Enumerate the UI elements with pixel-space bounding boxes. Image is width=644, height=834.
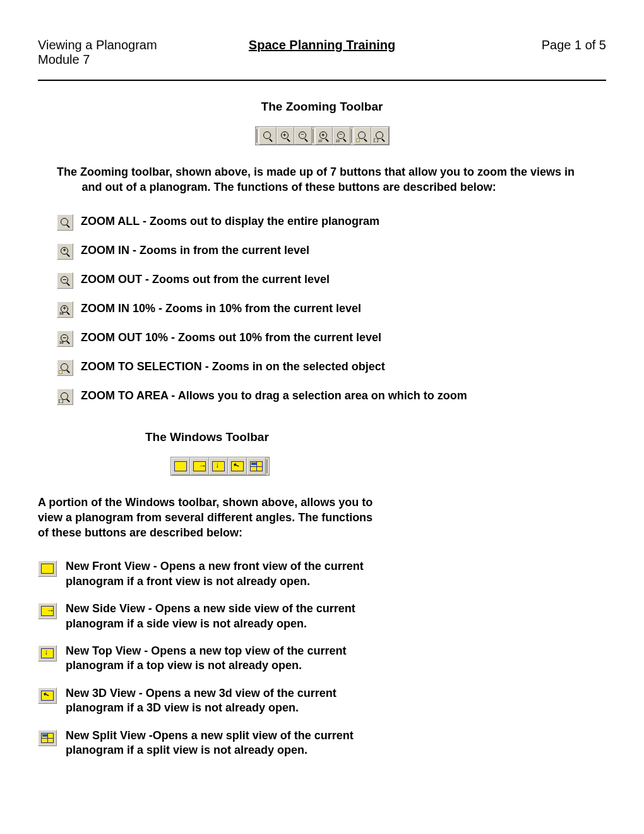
- zoom-in-10-button[interactable]: 10: [315, 127, 333, 145]
- zoom-in-10-icon: 10: [57, 301, 73, 318]
- windows-item: New 3D View - Opens a new 3d view of the…: [38, 686, 606, 716]
- zoom-to-selection-button[interactable]: [354, 127, 371, 145]
- windows-items-list: New Front View - Opens a new front view …: [38, 559, 606, 758]
- zoom-item: ZOOM TO SELECTION - Zooms in on the sele…: [57, 360, 606, 376]
- header-module: Module 7: [38, 52, 200, 67]
- top-view-button[interactable]: [209, 457, 228, 475]
- threed-view-button[interactable]: [228, 457, 247, 475]
- side-view-icon: [38, 603, 57, 619]
- page-header: Viewing a Planogram Module 7 Space Plann…: [38, 38, 606, 67]
- windows-item: New Split View -Opens a new split view o…: [38, 728, 606, 758]
- zoom-item-text: ZOOM ALL - Zooms out to display the enti…: [81, 214, 379, 229]
- zoom-item-text: ZOOM IN 10% - Zooms in 10% from the curr…: [81, 301, 361, 316]
- zoom-items-list: ZOOM ALL - Zooms out to display the enti…: [57, 214, 606, 405]
- zoom-item-text: ZOOM TO SELECTION - Zooms in on the sele…: [81, 360, 385, 374]
- zoom-item: ZOOM IN - Zooms in from the current leve…: [57, 243, 606, 260]
- windows-section-title: The Windows Toolbar: [145, 430, 606, 444]
- zoom-out-button[interactable]: [294, 127, 312, 145]
- header-page-number: Page 1 of 5: [444, 38, 606, 52]
- zoom-intro-text: The Zooming toolbar, shown above, is mad…: [57, 164, 587, 195]
- windows-item-text: New Front View - Opens a new front view …: [66, 559, 381, 589]
- zoom-out-icon: [57, 272, 73, 289]
- zoom-all-button[interactable]: [259, 127, 277, 145]
- zoom-all-icon: [57, 214, 73, 231]
- zoom-in-button[interactable]: [277, 127, 294, 145]
- front-view-icon: [38, 560, 57, 577]
- windows-intro-text: A portion of the Windows toolbar, shown …: [38, 495, 379, 541]
- header-divider: [38, 80, 606, 81]
- zoom-item: 10 ZOOM OUT 10% - Zooms out 10% from the…: [57, 330, 606, 347]
- zoom-item: 10 ZOOM IN 10% - Zooms in 10% from the c…: [57, 301, 606, 318]
- header-doc-title: Viewing a Planogram: [38, 38, 200, 52]
- split-view-button[interactable]: [247, 457, 266, 475]
- zoom-item-text: ZOOM OUT 10% - Zooms out 10% from the cu…: [81, 330, 381, 345]
- zoom-to-area-button[interactable]: [371, 127, 389, 145]
- zoom-toolbar-figure: 10 10: [38, 126, 606, 145]
- windows-item: New Top View - Opens a new top view of t…: [38, 644, 606, 674]
- windows-item-text: New Split View -Opens a new split view o…: [66, 728, 381, 758]
- header-center-title: Space Planning Training: [200, 38, 444, 52]
- zoom-in-icon: [57, 243, 73, 260]
- threed-view-icon: [38, 687, 57, 704]
- zoom-item-text: ZOOM IN - Zooms in from the current leve…: [81, 243, 309, 258]
- header-left: Viewing a Planogram Module 7: [38, 38, 200, 67]
- zoom-out-10-icon: 10: [57, 330, 73, 347]
- zoom-out-10-button[interactable]: 10: [333, 127, 350, 145]
- zoom-item: ZOOM ALL - Zooms out to display the enti…: [57, 214, 606, 231]
- windows-toolbar-figure: [170, 457, 606, 476]
- windows-item-text: New Top View - Opens a new top view of t…: [66, 644, 381, 674]
- zoom-section-title: The Zooming Toolbar: [38, 100, 606, 114]
- zoom-item-text: ZOOM OUT - Zooms out from the current le…: [81, 272, 330, 287]
- windows-item-text: New 3D View - Opens a new 3d view of the…: [66, 686, 381, 716]
- windows-item: New Side View - Opens a new side view of…: [38, 601, 606, 631]
- zoom-item: ZOOM OUT - Zooms out from the current le…: [57, 272, 606, 289]
- zoom-to-selection-icon: [57, 360, 73, 376]
- windows-item: New Front View - Opens a new front view …: [38, 559, 606, 589]
- zoom-item-text: ZOOM TO AREA - Allows you to drag a sele…: [81, 389, 467, 403]
- split-view-icon: [38, 730, 57, 746]
- zoom-item: ZOOM TO AREA - Allows you to drag a sele…: [57, 389, 606, 405]
- front-view-button[interactable]: [171, 457, 190, 475]
- side-view-button[interactable]: [190, 457, 209, 475]
- zoom-to-area-icon: [57, 389, 73, 405]
- windows-item-text: New Side View - Opens a new side view of…: [66, 601, 381, 631]
- top-view-icon: [38, 645, 57, 662]
